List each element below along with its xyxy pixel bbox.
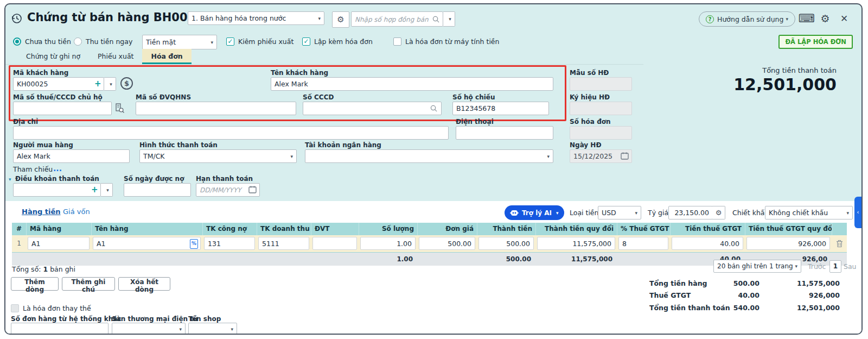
ty-gia-settings-button[interactable]: ⚙ [712,206,725,219]
add-payment-term-icon[interactable]: + [91,185,98,194]
contract-search-input[interactable] [351,11,443,27]
tab-hang-tien[interactable]: Hàng tiền [22,208,60,216]
pagination-next[interactable]: Sau [844,262,857,271]
tham-chieu-more-link[interactable]: ... [53,164,62,173]
contract-search-dropdown[interactable]: ▾ [443,11,455,27]
dieu-khoan-thanh-toan-input[interactable] [13,183,101,197]
tab-phieu-xuat[interactable]: Phiếu xuất [89,49,142,64]
close-button[interactable]: ✕ [838,12,851,25]
col-header-dvt[interactable]: ĐVT [311,223,359,235]
tai-khoan-ngan-hang-select[interactable]: ▾ [305,149,553,163]
close-icon: ✕ [840,13,848,24]
cell-tk-cong-no [202,235,257,253]
so-ngay-duoc-no-input[interactable] [124,183,191,197]
summary-tong-thanh-toan-fc: 540.00 [705,304,760,312]
ten-shop-select[interactable]: ▾ [188,323,237,335]
col-header-so-luong[interactable]: Số lượng [359,223,417,235]
customer-finance-icon[interactable]: $ [120,77,133,90]
tax-code-lookup-icon[interactable] [114,103,125,114]
doc-type-select[interactable]: 1. Bán hàng hóa trong nước ▾ [188,11,324,25]
checkbox-hoa-don-thay-the[interactable] [11,304,19,312]
col-header-ten-hang[interactable]: Tên hàng [91,223,202,235]
col-header-tien-thue-gtgt[interactable]: Tiền thuế GTGT [670,223,745,235]
dvt-cell-input[interactable] [312,237,357,250]
calendar-icon[interactable] [248,185,257,194]
tien-thue-quy-doi-cell-input[interactable] [746,237,830,250]
ma-hang-cell-input[interactable] [28,237,90,250]
collapse-icon[interactable]: ▾ [9,177,11,182]
them-ghi-chu-button[interactable]: Thêm ghi chú [62,277,115,291]
ten-khach-hang-input[interactable] [271,77,553,91]
checkbox-lap-kem-hoa-don[interactable]: ✓ [302,37,310,46]
delete-row-icon[interactable] [836,240,843,248]
san-tmdt-select[interactable]: ▾ [112,323,186,335]
chevron-down-icon: ▾ [290,154,293,159]
so-don-hang-input[interactable] [11,323,108,335]
chiet-khau-select[interactable]: Không chiết khấu ▾ [765,206,853,219]
them-dong-button[interactable]: Thêm dòng [11,277,59,291]
ma-khach-hang-dropdown[interactable]: ▾ [104,77,116,91]
summary-tong-thanh-toan-vnd: 12,501,000 [776,304,840,312]
so-ho-chieu-input[interactable] [452,102,549,115]
col-header-tk-cong-no[interactable]: TK công nợ [202,223,257,235]
col-header-thanh-tien[interactable]: Thành tiền [477,223,535,235]
tk-cong-no-cell-input[interactable] [204,237,255,250]
hinh-thuc-thanh-toan-select[interactable]: TM/CK ▾ [139,149,297,163]
thanh-tien-quy-doi-cell-input[interactable] [537,237,615,250]
col-header-don-gia[interactable]: Đơn giá [417,223,477,235]
dia-chi-input[interactable] [13,126,449,140]
dien-thoai-input[interactable] [456,126,553,140]
col-header-num[interactable]: # [12,223,26,235]
thue-pct-cell-input[interactable] [618,237,668,250]
xoa-het-dong-button[interactable]: Xóa hết dòng [118,277,170,291]
doc-type-value: 1. Bán hàng hóa trong nước [192,14,316,22]
ty-gia-input[interactable] [668,206,713,219]
keyboard-shortcuts-button[interactable]: ⌨ [800,12,814,25]
side-panel-toggle[interactable]: ‹ [854,197,861,228]
so-luong-cell-input[interactable] [360,237,416,250]
help-button[interactable]: ? Hướng dẫn sử dụng ▾ [699,11,795,27]
history-icon[interactable] [11,12,23,24]
summary-thue-gtgt-label: Thuế GTGT [649,291,691,299]
chevron-down-icon: ▾ [231,327,233,332]
cell-thue-pct [617,235,670,253]
radio-chua-thu-tien[interactable] [13,37,21,46]
tax-rate-doc-icon[interactable]: % [190,239,198,249]
invoice-status-button[interactable]: ĐÃ LẬP HÓA ĐƠN [778,35,853,49]
chiet-khau-value: Không chiết khấu [769,209,844,217]
loai-tien-select[interactable]: USD ▾ [598,206,641,219]
col-header-tk-doanh-thu[interactable]: TK doanh thu [257,223,311,235]
thanh-tien-cell-input[interactable] [478,237,534,250]
don-gia-cell-input[interactable] [419,237,475,250]
page-size-select[interactable]: 20 bản ghi trên 1 trang ▾ [713,260,801,273]
payment-method-select[interactable]: Tiền mặt ▾ [142,35,217,49]
checkbox-kiem-phieu-xuat[interactable]: ✓ [226,37,234,46]
ma-so-dvqhns-input[interactable] [136,102,296,115]
col-header-tien-thue-gtgt-quy-doi[interactable]: Tiền thuế GTGT quy đổi [745,223,832,235]
tk-doanh-thu-cell-input[interactable] [258,237,309,250]
tab-hoa-don[interactable]: Hóa đơn [142,49,191,64]
pagination-page[interactable]: 1 [829,260,841,273]
search-icon[interactable] [430,104,438,112]
col-header-thanh-tien-quy-doi[interactable]: Thành tiền quy đổi [535,223,617,235]
ten-hang-cell-input[interactable] [93,237,201,250]
nguoi-mua-hang-input[interactable] [13,149,130,163]
total-thanh-tien: 500.00 [477,253,535,266]
col-header-thue-gtgt[interactable]: % Thuế GTGT [617,223,670,235]
tab-chung-tu-ghi-no[interactable]: Chứng từ ghi nợ [17,49,89,64]
tien-thue-cell-input[interactable] [672,237,743,250]
col-header-ma-hang[interactable]: Mã hàng [26,223,91,235]
settings-button[interactable]: ⚙ [818,12,832,25]
radio-thu-tien-ngay[interactable] [74,37,82,46]
doc-settings-button[interactable]: ⚙ [332,11,349,28]
add-customer-icon[interactable]: + [94,79,101,89]
checkbox-hoa-don-may-tinh-tien[interactable] [393,37,401,46]
dieu-khoan-thanh-toan-dropdown[interactable]: ▾ [101,183,113,197]
ai-assistant-button[interactable]: Trợ lý AI ▾ [505,205,564,220]
pagination-prev[interactable]: Trước [808,262,826,271]
tab-gia-von[interactable]: Giá vốn [63,208,90,216]
ma-khach-hang-input[interactable] [13,77,104,91]
ma-so-thue-input[interactable] [13,102,112,115]
record-count: Tổng số: 1 bản ghi [12,265,75,273]
so-cccd-input[interactable] [303,102,442,115]
